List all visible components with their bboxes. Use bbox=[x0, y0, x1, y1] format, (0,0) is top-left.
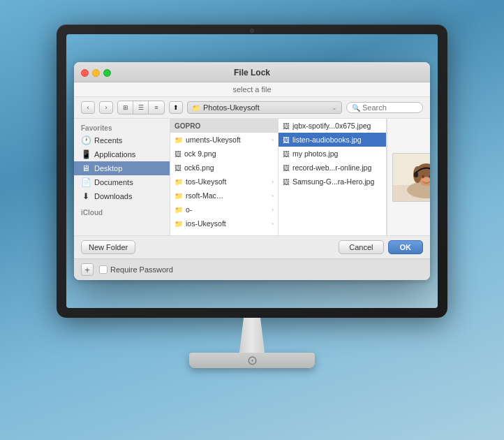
file-row[interactable]: 📁 ios-Ukeysoft › bbox=[170, 217, 278, 230]
add-button[interactable]: + bbox=[81, 263, 94, 276]
documents-icon: 📄 bbox=[81, 177, 91, 187]
file-icon: 📁 bbox=[175, 178, 183, 186]
col1-header: GOPRO bbox=[170, 119, 278, 133]
cancel-button[interactable]: Cancel bbox=[339, 240, 383, 254]
file-column-2: 🖼 jqbx-spotify...0x675.jpeg 🖼 listen-aud… bbox=[279, 119, 387, 235]
footer-buttons: Cancel OK bbox=[339, 240, 423, 254]
search-icon: 🔍 bbox=[352, 104, 360, 112]
file-row[interactable]: 🖼 my photos.jpg bbox=[279, 147, 386, 161]
monitor-neck bbox=[231, 318, 273, 353]
action-button[interactable]: ⬆ bbox=[169, 101, 183, 114]
file-columns: GOPRO 📁 uments-Ukeysoft › 🖼 ock 9.png bbox=[170, 119, 430, 235]
row-arrow-icon: › bbox=[272, 137, 274, 143]
require-password-checkbox[interactable] bbox=[99, 265, 108, 274]
monitor-camera bbox=[250, 29, 254, 33]
close-button[interactable] bbox=[81, 69, 89, 77]
preview-svg bbox=[393, 154, 430, 202]
ok-button[interactable]: OK bbox=[388, 240, 424, 254]
monitor-bezel: File Lock select a file ‹ › ⊞ ☰ ≡ bbox=[57, 24, 447, 318]
file-column-1: GOPRO 📁 uments-Ukeysoft › 🖼 ock 9.png bbox=[170, 119, 279, 235]
applications-icon: 📱 bbox=[81, 149, 91, 159]
location-text: Photos-Ukeysoft bbox=[203, 103, 329, 112]
file-row[interactable]: 📁 o- › bbox=[170, 203, 278, 217]
downloads-icon: ⬇ bbox=[81, 191, 91, 201]
file-icon: 📁 bbox=[175, 220, 183, 228]
sidebar-item-recents[interactable]: 🕐 Recents bbox=[74, 133, 170, 147]
view-toggle-group: ⊞ ☰ ≡ bbox=[117, 101, 165, 115]
dialog-subtitle: select a file bbox=[74, 82, 430, 97]
traffic-lights bbox=[81, 69, 111, 77]
file-row[interactable]: 🖼 record-web...r-online.jpg bbox=[279, 161, 386, 175]
sidebar-item-desktop-label: Desktop bbox=[94, 164, 122, 173]
row-arrow-icon: › bbox=[272, 193, 274, 199]
sidebar-item-downloads-label: Downloads bbox=[94, 192, 132, 200]
sidebar-item-documents-label: Documents bbox=[94, 178, 133, 186]
sidebar-item-documents[interactable]: 📄 Documents bbox=[74, 175, 170, 189]
file-icon: 🖼 bbox=[283, 164, 290, 172]
preview-image bbox=[392, 153, 430, 202]
preview-panel bbox=[387, 119, 430, 235]
file-row[interactable]: 📁 uments-Ukeysoft › bbox=[170, 133, 278, 147]
row-arrow-icon: › bbox=[272, 179, 274, 185]
dialog-title-bar: File Lock bbox=[74, 62, 430, 82]
file-icon: 🖼 bbox=[283, 178, 290, 186]
file-row-selected[interactable]: 🖼 listen-audiobooks.jpg bbox=[279, 133, 386, 147]
monitor: File Lock select a file ‹ › ⊞ ☰ ≡ bbox=[50, 24, 454, 416]
favorites-label: Favorites bbox=[74, 123, 170, 133]
file-icon: 🖼 bbox=[283, 150, 290, 158]
file-row[interactable]: 📁 rsoft-Mac… › bbox=[170, 189, 278, 203]
file-icon: 📁 bbox=[175, 136, 183, 144]
sidebar-item-applications-label: Applications bbox=[94, 150, 135, 159]
forward-button[interactable]: › bbox=[99, 101, 113, 114]
search-input[interactable] bbox=[362, 103, 418, 112]
location-dropdown-icon: ⌄ bbox=[332, 104, 337, 111]
file-icon: 🖼 bbox=[175, 164, 181, 172]
svg-rect-7 bbox=[414, 172, 418, 177]
file-row[interactable]: 🖼 ock 9.png bbox=[170, 147, 278, 161]
file-row[interactable]: 🖼 Samsung-G...ra-Hero.jpg bbox=[279, 175, 386, 189]
location-icon: 📁 bbox=[192, 104, 200, 112]
require-password-container: Require Password bbox=[99, 265, 173, 274]
file-icon: 📁 bbox=[175, 192, 183, 200]
view-icon-btn[interactable]: ⊞ bbox=[118, 101, 133, 114]
dialog-toolbar: ‹ › ⊞ ☰ ≡ ⬆ 📁 Photos-Ukeysoft ⌄ bbox=[74, 97, 430, 119]
row-arrow-icon: › bbox=[272, 221, 274, 227]
file-dialog: File Lock select a file ‹ › ⊞ ☰ ≡ bbox=[74, 62, 430, 280]
sidebar-item-desktop[interactable]: 🖥 Desktop bbox=[74, 161, 170, 175]
dialog-content: Favorites 🕐 Recents 📱 Applications 🖥 Des… bbox=[74, 119, 430, 236]
file-row[interactable]: 🖼 jqbx-spotify...0x675.jpeg bbox=[279, 119, 386, 133]
recents-icon: 🕐 bbox=[81, 135, 91, 145]
sidebar-item-recents-label: Recents bbox=[94, 136, 122, 145]
back-button[interactable]: ‹ bbox=[81, 101, 95, 114]
require-password-label: Require Password bbox=[110, 265, 173, 274]
file-icon: 🖼 bbox=[283, 122, 290, 130]
minimize-button[interactable] bbox=[92, 69, 100, 77]
sidebar-item-applications[interactable]: 📱 Applications bbox=[74, 147, 170, 161]
desktop-icon: 🖥 bbox=[81, 163, 91, 173]
file-icon: 🖼 bbox=[175, 150, 181, 158]
search-box[interactable]: 🔍 bbox=[346, 102, 423, 113]
file-icon: 📁 bbox=[175, 206, 183, 214]
view-list-btn[interactable]: ☰ bbox=[133, 101, 149, 114]
password-bar: + Require Password bbox=[74, 258, 430, 280]
dialog-footer: New Folder Cancel OK bbox=[74, 236, 430, 258]
maximize-button[interactable] bbox=[103, 69, 111, 77]
view-column-btn[interactable]: ≡ bbox=[149, 101, 164, 114]
location-bar[interactable]: 📁 Photos-Ukeysoft ⌄ bbox=[187, 101, 342, 114]
monitor-logo: ⊙ bbox=[247, 353, 258, 368]
icloud-label: iCloud bbox=[74, 207, 170, 218]
file-icon: 🖼 bbox=[283, 136, 290, 144]
dialog-title: File Lock bbox=[234, 68, 270, 78]
file-row[interactable]: 🖼 ock6.png bbox=[170, 161, 278, 175]
sidebar-item-downloads[interactable]: ⬇ Downloads bbox=[74, 189, 170, 203]
monitor-screen: File Lock select a file ‹ › ⊞ ☰ ≡ bbox=[66, 34, 438, 308]
row-arrow-icon: › bbox=[272, 207, 274, 213]
new-folder-button[interactable]: New Folder bbox=[81, 240, 135, 254]
file-row[interactable]: 📁 tos-Ukeysoft › bbox=[170, 175, 278, 189]
sidebar: Favorites 🕐 Recents 📱 Applications 🖥 Des… bbox=[74, 119, 170, 235]
